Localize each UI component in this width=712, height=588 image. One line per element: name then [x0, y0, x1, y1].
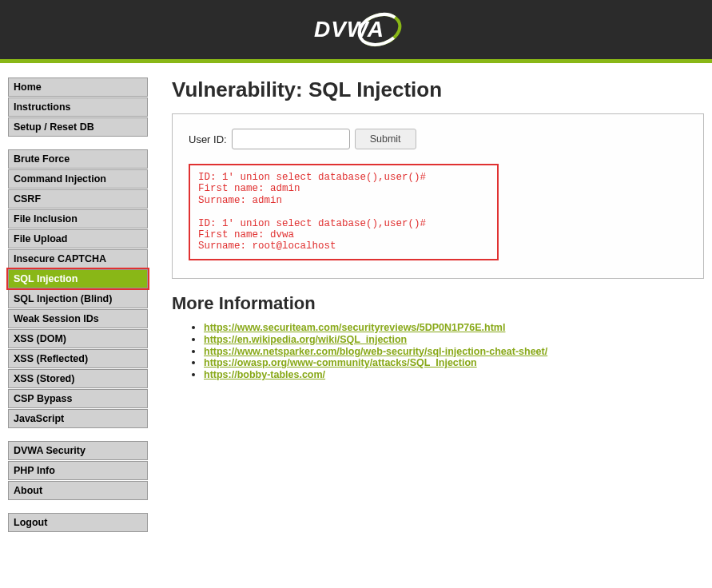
- nav-item-file-upload[interactable]: File Upload: [8, 229, 148, 248]
- link-item: https://owasp.org/www-community/attacks/…: [204, 357, 704, 369]
- nav-item-xss-stored[interactable]: XSS (Stored): [8, 369, 148, 388]
- nav-item-dvwa-security[interactable]: DVWA Security: [8, 441, 148, 460]
- nav-item-logout[interactable]: Logout: [8, 513, 148, 532]
- link-item: https://bobby-tables.com/: [204, 369, 704, 381]
- info-link[interactable]: https://www.netsparker.com/blog/web-secu…: [204, 346, 547, 357]
- nav-item-sql-injection-blind[interactable]: SQL Injection (Blind): [8, 289, 148, 308]
- nav-item-csrf[interactable]: CSRF: [8, 189, 148, 209]
- nav-item-xss-dom[interactable]: XSS (DOM): [8, 329, 148, 348]
- nav-item-home[interactable]: Home: [8, 77, 148, 97]
- nav-item-javascript[interactable]: JavaScript: [8, 409, 148, 428]
- nav-item-instructions[interactable]: Instructions: [8, 97, 148, 117]
- userid-input[interactable]: [232, 129, 350, 149]
- link-item: https://en.wikipedia.org/wiki/SQL_inject…: [204, 334, 704, 346]
- info-link[interactable]: https://www.securiteam.com/securityrevie…: [204, 322, 505, 333]
- userid-form: User ID: Submit: [189, 129, 687, 149]
- vulnerability-panel: User ID: Submit ID: 1' union select data…: [172, 113, 704, 279]
- nav-group: DVWA SecurityPHP InfoAbout: [8, 441, 148, 500]
- info-link[interactable]: https://bobby-tables.com/: [204, 369, 325, 380]
- svg-text:DVWA: DVWA: [314, 17, 384, 42]
- nav-item-file-inclusion[interactable]: File Inclusion: [8, 209, 148, 228]
- nav-item-brute-force[interactable]: Brute Force: [8, 149, 148, 169]
- userid-label: User ID:: [189, 133, 227, 145]
- nav-item-setup-reset-db[interactable]: Setup / Reset DB: [8, 117, 148, 137]
- main-content: Vulnerability: SQL Injection User ID: Su…: [172, 77, 704, 545]
- nav-item-php-info[interactable]: PHP Info: [8, 461, 148, 480]
- logo: DVWA: [309, 11, 404, 48]
- nav-item-xss-reflected[interactable]: XSS (Reflected): [8, 349, 148, 368]
- query-output: ID: 1' union select database(),user()# F…: [198, 172, 489, 252]
- info-link[interactable]: https://owasp.org/www-community/attacks/…: [204, 357, 477, 368]
- nav-group: Brute ForceCommand InjectionCSRFFile Inc…: [8, 149, 148, 428]
- nav-item-weak-session-ids[interactable]: Weak Session IDs: [8, 309, 148, 328]
- nav-item-insecure-captcha[interactable]: Insecure CAPTCHA: [8, 249, 148, 268]
- page-title: Vulnerability: SQL Injection: [172, 77, 704, 102]
- link-item: https://www.netsparker.com/blog/web-secu…: [204, 346, 704, 358]
- nav-item-command-injection[interactable]: Command Injection: [8, 169, 148, 189]
- more-info-heading: More Information: [172, 293, 704, 314]
- header: DVWA: [0, 0, 712, 59]
- more-info-links: https://www.securiteam.com/securityrevie…: [172, 322, 704, 382]
- link-item: https://www.securiteam.com/securityrevie…: [204, 322, 704, 334]
- result-box: ID: 1' union select database(),user()# F…: [189, 164, 499, 260]
- nav-item-csp-bypass[interactable]: CSP Bypass: [8, 389, 148, 408]
- nav-group: HomeInstructionsSetup / Reset DB: [8, 77, 148, 137]
- nav-item-about[interactable]: About: [8, 481, 148, 500]
- nav-item-sql-injection[interactable]: SQL Injection: [8, 269, 148, 288]
- sidebar: HomeInstructionsSetup / Reset DBBrute Fo…: [8, 77, 148, 545]
- info-link[interactable]: https://en.wikipedia.org/wiki/SQL_inject…: [204, 334, 407, 345]
- submit-button[interactable]: Submit: [355, 129, 416, 149]
- nav-group: Logout: [8, 513, 148, 532]
